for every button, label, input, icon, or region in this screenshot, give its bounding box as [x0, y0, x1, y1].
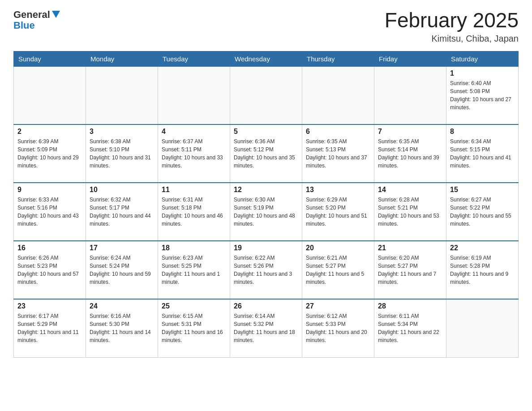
day-info: Sunrise: 6:21 AMSunset: 5:27 PMDaylight:…: [306, 254, 370, 286]
weekday-header-thursday: Thursday: [302, 51, 374, 66]
calendar-cell: 7Sunrise: 6:35 AMSunset: 5:14 PMDaylight…: [374, 124, 446, 183]
calendar-cell: 4Sunrise: 6:37 AMSunset: 5:11 PMDaylight…: [158, 124, 230, 183]
calendar-cell: 27Sunrise: 6:12 AMSunset: 5:33 PMDayligh…: [302, 299, 374, 357]
day-info: Sunrise: 6:29 AMSunset: 5:20 PMDaylight:…: [306, 196, 370, 228]
day-number: 18: [162, 244, 226, 252]
day-info: Sunrise: 6:27 AMSunset: 5:22 PMDaylight:…: [450, 196, 515, 228]
calendar-cell: [14, 66, 86, 124]
day-info: Sunrise: 6:32 AMSunset: 5:17 PMDaylight:…: [90, 196, 154, 228]
day-number: 28: [378, 302, 442, 310]
calendar-cell: 1Sunrise: 6:40 AMSunset: 5:08 PMDaylight…: [446, 66, 519, 124]
day-number: 9: [17, 186, 82, 194]
day-info: Sunrise: 6:14 AMSunset: 5:32 PMDaylight:…: [234, 312, 298, 344]
calendar-cell: 15Sunrise: 6:27 AMSunset: 5:22 PMDayligh…: [446, 183, 519, 241]
week-row-4: 16Sunrise: 6:26 AMSunset: 5:23 PMDayligh…: [14, 241, 519, 299]
day-number: 19: [234, 244, 298, 252]
calendar-cell: [230, 66, 302, 124]
week-row-5: 23Sunrise: 6:17 AMSunset: 5:29 PMDayligh…: [14, 299, 519, 357]
calendar-cell: 25Sunrise: 6:15 AMSunset: 5:31 PMDayligh…: [158, 299, 230, 357]
day-info: Sunrise: 6:26 AMSunset: 5:23 PMDaylight:…: [17, 254, 82, 286]
title-block: February 2025 Kimitsu, Chiba, Japan: [385, 9, 519, 44]
day-info: Sunrise: 6:30 AMSunset: 5:19 PMDaylight:…: [234, 196, 298, 228]
calendar-cell: 6Sunrise: 6:35 AMSunset: 5:13 PMDaylight…: [302, 124, 374, 183]
month-title: February 2025: [385, 9, 519, 32]
day-info: Sunrise: 6:11 AMSunset: 5:34 PMDaylight:…: [378, 312, 442, 344]
logo: General Blue: [13, 9, 60, 31]
calendar-cell: 10Sunrise: 6:32 AMSunset: 5:17 PMDayligh…: [86, 183, 158, 241]
calendar-cell: 16Sunrise: 6:26 AMSunset: 5:23 PMDayligh…: [14, 241, 86, 299]
day-number: 13: [306, 186, 370, 194]
calendar-cell: 12Sunrise: 6:30 AMSunset: 5:19 PMDayligh…: [230, 183, 302, 241]
svg-marker-0: [52, 11, 60, 18]
logo-arrow-icon: [52, 11, 60, 20]
calendar-cell: [86, 66, 158, 124]
day-info: Sunrise: 6:35 AMSunset: 5:14 PMDaylight:…: [378, 137, 442, 170]
day-info: Sunrise: 6:16 AMSunset: 5:30 PMDaylight:…: [90, 312, 154, 344]
day-number: 2: [17, 128, 82, 136]
calendar-cell: [374, 66, 446, 124]
calendar-cell: 14Sunrise: 6:28 AMSunset: 5:21 PMDayligh…: [374, 183, 446, 241]
calendar-cell: 26Sunrise: 6:14 AMSunset: 5:32 PMDayligh…: [230, 299, 302, 357]
day-info: Sunrise: 6:12 AMSunset: 5:33 PMDaylight:…: [306, 312, 370, 344]
day-number: 15: [450, 186, 515, 194]
calendar-cell: [302, 66, 374, 124]
day-info: Sunrise: 6:35 AMSunset: 5:13 PMDaylight:…: [306, 137, 370, 170]
calendar-cell: 21Sunrise: 6:20 AMSunset: 5:27 PMDayligh…: [374, 241, 446, 299]
logo-general: General: [13, 9, 50, 21]
weekday-header-wednesday: Wednesday: [230, 51, 302, 66]
day-info: Sunrise: 6:15 AMSunset: 5:31 PMDaylight:…: [162, 312, 226, 344]
calendar-cell: 3Sunrise: 6:38 AMSunset: 5:10 PMDaylight…: [86, 124, 158, 183]
day-info: Sunrise: 6:40 AMSunset: 5:08 PMDaylight:…: [450, 79, 515, 111]
day-info: Sunrise: 6:34 AMSunset: 5:15 PMDaylight:…: [450, 137, 515, 170]
day-number: 14: [378, 186, 442, 194]
location-title: Kimitsu, Chiba, Japan: [385, 34, 519, 44]
day-info: Sunrise: 6:24 AMSunset: 5:24 PMDaylight:…: [90, 254, 154, 286]
calendar-cell: 11Sunrise: 6:31 AMSunset: 5:18 PMDayligh…: [158, 183, 230, 241]
day-info: Sunrise: 6:39 AMSunset: 5:09 PMDaylight:…: [17, 137, 82, 170]
calendar-table: SundayMondayTuesdayWednesdayThursdayFrid…: [13, 51, 519, 358]
day-info: Sunrise: 6:17 AMSunset: 5:29 PMDaylight:…: [17, 312, 82, 344]
calendar-cell: 24Sunrise: 6:16 AMSunset: 5:30 PMDayligh…: [86, 299, 158, 357]
calendar-cell: 17Sunrise: 6:24 AMSunset: 5:24 PMDayligh…: [86, 241, 158, 299]
week-row-1: 1Sunrise: 6:40 AMSunset: 5:08 PMDaylight…: [14, 66, 519, 124]
calendar-cell: 5Sunrise: 6:36 AMSunset: 5:12 PMDaylight…: [230, 124, 302, 183]
day-number: 8: [450, 128, 515, 136]
day-number: 21: [378, 244, 442, 252]
day-number: 1: [450, 69, 515, 77]
day-number: 6: [306, 128, 370, 136]
day-info: Sunrise: 6:20 AMSunset: 5:27 PMDaylight:…: [378, 254, 442, 286]
calendar-cell: 28Sunrise: 6:11 AMSunset: 5:34 PMDayligh…: [374, 299, 446, 357]
day-number: 22: [450, 244, 515, 252]
calendar-cell: 19Sunrise: 6:22 AMSunset: 5:26 PMDayligh…: [230, 241, 302, 299]
calendar-cell: 2Sunrise: 6:39 AMSunset: 5:09 PMDaylight…: [14, 124, 86, 183]
calendar-cell: 9Sunrise: 6:33 AMSunset: 5:16 PMDaylight…: [14, 183, 86, 241]
day-info: Sunrise: 6:23 AMSunset: 5:25 PMDaylight:…: [162, 254, 226, 286]
weekday-header-tuesday: Tuesday: [158, 51, 230, 66]
day-number: 26: [234, 302, 298, 310]
day-number: 12: [234, 186, 298, 194]
day-number: 5: [234, 128, 298, 136]
day-number: 27: [306, 302, 370, 310]
day-info: Sunrise: 6:33 AMSunset: 5:16 PMDaylight:…: [17, 196, 82, 228]
day-info: Sunrise: 6:31 AMSunset: 5:18 PMDaylight:…: [162, 196, 226, 228]
page-header: General Blue February 2025 Kimitsu, Chib…: [13, 9, 519, 44]
week-row-3: 9Sunrise: 6:33 AMSunset: 5:16 PMDaylight…: [14, 183, 519, 241]
calendar-cell: 20Sunrise: 6:21 AMSunset: 5:27 PMDayligh…: [302, 241, 374, 299]
weekday-header-saturday: Saturday: [446, 51, 519, 66]
day-number: 11: [162, 186, 226, 194]
calendar-cell: 23Sunrise: 6:17 AMSunset: 5:29 PMDayligh…: [14, 299, 86, 357]
calendar-cell: [158, 66, 230, 124]
day-number: 16: [17, 244, 82, 252]
weekday-header-monday: Monday: [86, 51, 158, 66]
calendar-cell: 22Sunrise: 6:19 AMSunset: 5:28 PMDayligh…: [446, 241, 519, 299]
calendar-cell: 8Sunrise: 6:34 AMSunset: 5:15 PMDaylight…: [446, 124, 519, 183]
day-info: Sunrise: 6:37 AMSunset: 5:11 PMDaylight:…: [162, 137, 226, 170]
day-info: Sunrise: 6:22 AMSunset: 5:26 PMDaylight:…: [234, 254, 298, 286]
weekday-header-sunday: Sunday: [14, 51, 86, 66]
logo-blue: Blue: [13, 20, 35, 31]
day-info: Sunrise: 6:38 AMSunset: 5:10 PMDaylight:…: [90, 137, 154, 170]
calendar-cell: [446, 299, 519, 357]
week-row-2: 2Sunrise: 6:39 AMSunset: 5:09 PMDaylight…: [14, 124, 519, 183]
day-number: 20: [306, 244, 370, 252]
day-info: Sunrise: 6:28 AMSunset: 5:21 PMDaylight:…: [378, 196, 442, 228]
